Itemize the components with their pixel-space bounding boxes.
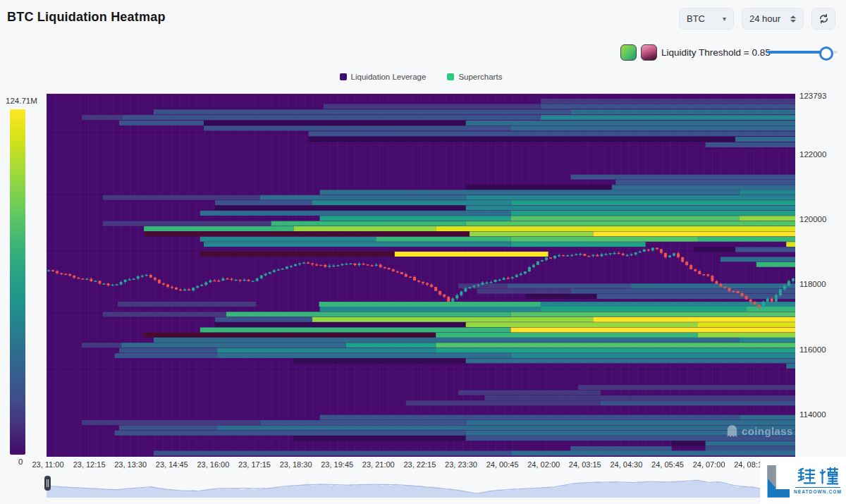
- price-tick-label: 123793: [799, 92, 826, 100]
- legend-swatch-purple: [340, 73, 347, 80]
- price-tick-label: 114000: [799, 410, 826, 419]
- price-tick-label: 118000: [799, 280, 826, 288]
- price-tick-label: 122000: [799, 150, 826, 159]
- price-tick-label: 120000: [799, 215, 826, 223]
- time-tick-label: 23, 16:00: [197, 460, 229, 469]
- slider-handle[interactable]: [819, 47, 833, 61]
- logo-l-icon: [766, 463, 790, 498]
- colormap-swatch-green[interactable]: [620, 44, 637, 61]
- time-tick-label: 24, 04:30: [610, 460, 642, 469]
- chart-legend: Liquidation Leverage Supercharts: [47, 73, 795, 81]
- refresh-icon: [819, 13, 829, 24]
- time-tick-label: 23, 11:00: [32, 460, 63, 469]
- ghost-icon: [726, 424, 738, 438]
- time-tick-label: 23, 18:30: [280, 460, 312, 469]
- time-tick-label: 24, 03:15: [569, 460, 601, 469]
- time-tick-label: 23, 12:15: [73, 460, 106, 469]
- time-tick-label: 23, 23:30: [445, 460, 477, 469]
- logo-divider: [795, 487, 840, 488]
- interval-select-value: 24 hour: [749, 13, 783, 24]
- navigator-canvas[interactable]: [47, 474, 846, 503]
- legend-item-liquidation-leverage[interactable]: Liquidation Leverage: [340, 73, 427, 81]
- legend-item-supercharts[interactable]: Supercharts: [447, 73, 502, 81]
- time-tick-label: 23, 22:15: [403, 460, 436, 469]
- time-tick-label: 24, 02:00: [527, 460, 560, 469]
- page-title: BTC Liquidation Heatmap: [7, 10, 166, 25]
- watermark-text: coinglass: [742, 425, 793, 437]
- time-tick-label: 24, 05:45: [651, 460, 684, 469]
- coinglass-watermark: coinglass: [726, 424, 793, 438]
- colorbar-min-label: 0: [18, 457, 23, 466]
- legend-swatch-green: [447, 73, 454, 80]
- legend-label: Liquidation Leverage: [351, 73, 427, 81]
- legend-label: Supercharts: [458, 73, 502, 81]
- liquidity-threshold-label: Liquidity Threshold = 0.85: [661, 47, 771, 58]
- liquidation-heatmap-app: BTC Liquidation Heatmap BTC ▾ 24 hour Li…: [0, 0, 846, 504]
- refresh-button[interactable]: [811, 8, 835, 30]
- time-tick-label: 23, 19:45: [321, 460, 353, 469]
- colorbar: [10, 109, 25, 455]
- time-tick-label: 24, 00:45: [486, 460, 519, 469]
- price-tick-label: 116000: [799, 345, 826, 354]
- neatdown-logo: NEATDOWN.COM: [760, 457, 846, 504]
- liquidity-threshold-slider[interactable]: [767, 47, 838, 58]
- chevron-down-icon: ▾: [723, 15, 726, 23]
- time-tick-label: 24, 07:00: [693, 460, 725, 469]
- heatmap-canvas[interactable]: [47, 94, 795, 457]
- time-tick-label: 23, 21:00: [362, 460, 395, 469]
- time-tick-label: 23, 17:15: [238, 460, 271, 469]
- logo-cjk-glyphs: [797, 467, 838, 486]
- time-tick-label: 23, 14:45: [156, 460, 188, 469]
- colorbar-max-label: 124.71M: [6, 97, 37, 105]
- colormap-swatch-pink[interactable]: [641, 44, 657, 61]
- stepper-icon: [790, 16, 796, 23]
- logo-subtext: NEATDOWN.COM: [794, 489, 842, 494]
- time-tick-label: 23, 13:30: [114, 460, 147, 469]
- symbol-select-value: BTC: [687, 13, 717, 24]
- symbol-select[interactable]: BTC ▾: [679, 8, 734, 30]
- navigator-left-handle[interactable]: [44, 476, 51, 491]
- interval-select[interactable]: 24 hour: [742, 8, 804, 30]
